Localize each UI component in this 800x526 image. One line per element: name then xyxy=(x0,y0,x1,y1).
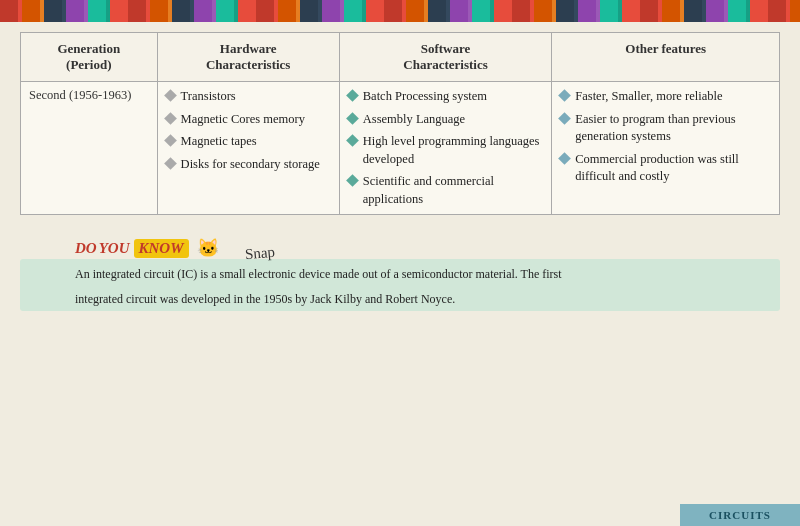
handwritten-note: Snap xyxy=(244,244,275,264)
hardware-item-4: Disks for secondary storage xyxy=(181,156,320,174)
dyk-content: DO YOU KNOW 🐱 Snap An integrated circuit… xyxy=(75,237,768,309)
cell-software: Batch Processing system Assembly Languag… xyxy=(339,82,552,215)
hardware-item-2: Magnetic Cores memory xyxy=(181,111,305,129)
list-item: Batch Processing system xyxy=(348,88,544,106)
list-item: Scientific and commercial applications xyxy=(348,173,544,208)
bullet-icon xyxy=(164,157,177,170)
list-item: Commercial production was still difficul… xyxy=(560,151,771,186)
generation-table: Generation(Period) HardwareCharacteristi… xyxy=(20,32,780,215)
list-item: High level programming languages develop… xyxy=(348,133,544,168)
bullet-icon xyxy=(164,112,177,125)
list-item: Easier to program than previous generati… xyxy=(560,111,771,146)
bullet-icon xyxy=(558,89,571,102)
bottom-strip-label: CIRCUITS xyxy=(680,504,800,526)
top-decorative-strip xyxy=(0,0,800,22)
content-area: Generation(Period) HardwareCharacteristi… xyxy=(20,22,780,526)
software-item-3: High level programming languages develop… xyxy=(363,133,544,168)
dyk-know-label: KNOW xyxy=(134,239,189,258)
list-item: Disks for secondary storage xyxy=(166,156,331,174)
other-item-2: Easier to program than previous generati… xyxy=(575,111,771,146)
dyk-text-line2: integrated circuit was developed in the … xyxy=(75,290,768,309)
dyk-section: DO YOU KNOW 🐱 Snap An integrated circuit… xyxy=(20,229,780,317)
header-software: SoftwareCharacteristics xyxy=(339,33,552,82)
dyk-text-line1: An integrated circuit (IC) is a small el… xyxy=(75,265,768,284)
header-hardware: HardwareCharacteristics xyxy=(157,33,339,82)
bullet-icon xyxy=(346,134,359,147)
other-item-3: Commercial production was still difficul… xyxy=(575,151,771,186)
software-item-1: Batch Processing system xyxy=(363,88,487,106)
cell-generation: Second (1956-1963) xyxy=(21,82,158,215)
dyk-you-label: YOU xyxy=(99,240,130,257)
bullet-icon xyxy=(346,174,359,187)
bullet-icon xyxy=(346,89,359,102)
software-item-4: Scientific and commercial applications xyxy=(363,173,544,208)
cell-other: Faster, Smaller, more reliable Easier to… xyxy=(552,82,780,215)
header-generation: Generation(Period) xyxy=(21,33,158,82)
list-item: Transistors xyxy=(166,88,331,106)
list-item: Magnetic Cores memory xyxy=(166,111,331,129)
bullet-icon xyxy=(164,134,177,147)
bullet-icon xyxy=(164,89,177,102)
software-item-2: Assembly Language xyxy=(363,111,465,129)
other-item-1: Faster, Smaller, more reliable xyxy=(575,88,722,106)
header-other: Other features xyxy=(552,33,780,82)
dyk-do-label: DO xyxy=(75,240,97,257)
hardware-item-3: Magnetic tapes xyxy=(181,133,257,151)
bullet-icon xyxy=(558,152,571,165)
list-item: Assembly Language xyxy=(348,111,544,129)
hardware-item-1: Transistors xyxy=(181,88,236,106)
dyk-emoji: 🐱 xyxy=(197,237,219,259)
list-item: Magnetic tapes xyxy=(166,133,331,151)
cell-hardware: Transistors Magnetic Cores memory Magnet… xyxy=(157,82,339,215)
list-item: Faster, Smaller, more reliable xyxy=(560,88,771,106)
bullet-icon xyxy=(558,112,571,125)
table-row: Second (1956-1963) Transistors Magnetic … xyxy=(21,82,780,215)
bullet-icon xyxy=(346,112,359,125)
